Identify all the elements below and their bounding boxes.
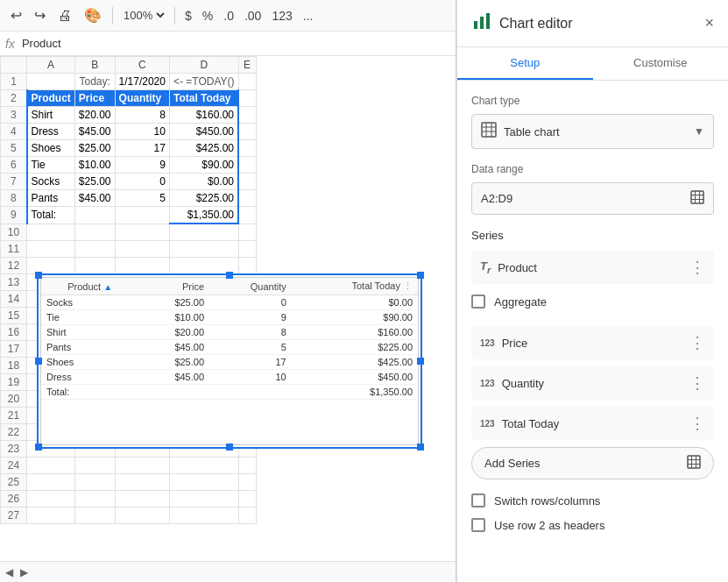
close-button[interactable]: × bbox=[704, 14, 714, 32]
chart-cell[interactable]: $45.00 bbox=[138, 340, 209, 355]
cell-e4[interactable] bbox=[238, 124, 256, 140]
chart-cell[interactable]: Tie bbox=[41, 310, 138, 325]
cell-d7[interactable]: $0.00 bbox=[169, 174, 238, 190]
cell-b1[interactable]: Today: bbox=[74, 74, 115, 90]
cell-e5[interactable] bbox=[238, 140, 256, 157]
percent-icon[interactable]: % bbox=[200, 7, 216, 25]
chart-cell[interactable]: $90.00 bbox=[292, 310, 418, 325]
series-menu-total-icon[interactable]: ⋮ bbox=[689, 414, 705, 433]
cell-a5[interactable]: Shoes bbox=[27, 140, 75, 157]
grid-container[interactable]: A B C D E 1 Today: 1/17/2020 <- =TODAY() bbox=[0, 56, 456, 582]
cell-b6[interactable]: $10.00 bbox=[74, 157, 115, 174]
cell-a11[interactable] bbox=[27, 240, 75, 257]
chart-cell[interactable] bbox=[209, 385, 292, 400]
resize-handle-tl[interactable] bbox=[35, 272, 42, 279]
cell-e7[interactable] bbox=[238, 174, 256, 190]
chart-col-price[interactable]: Price bbox=[138, 278, 209, 295]
cell-a4[interactable]: Dress bbox=[27, 124, 75, 140]
chart-cell[interactable]: $225.00 bbox=[292, 340, 418, 355]
chart-cell[interactable]: 9 bbox=[209, 310, 292, 325]
chart-cell[interactable]: $25.00 bbox=[138, 355, 209, 370]
aggregate-checkbox[interactable] bbox=[471, 295, 485, 309]
resize-handle-mr[interactable] bbox=[417, 358, 424, 365]
cell-e3[interactable] bbox=[238, 107, 256, 124]
cell-c2[interactable]: Quantity bbox=[115, 90, 169, 107]
cell-a2[interactable]: Product bbox=[27, 90, 75, 107]
cell-d5[interactable]: $425.00 bbox=[169, 140, 238, 157]
cell-a6[interactable]: Tie bbox=[27, 157, 75, 174]
cell-e2[interactable] bbox=[238, 90, 256, 107]
series-menu-icon[interactable]: ⋮ bbox=[689, 258, 705, 277]
cell-d4[interactable]: $450.00 bbox=[169, 124, 238, 140]
undo-button[interactable]: ↩ bbox=[7, 5, 25, 25]
tab-customise[interactable]: Customise bbox=[593, 47, 729, 80]
print-button[interactable]: 🖨 bbox=[54, 6, 75, 25]
chart-cell[interactable]: Socks bbox=[41, 295, 138, 310]
cell-c4[interactable]: 10 bbox=[115, 124, 169, 140]
cell-d6[interactable]: $90.00 bbox=[169, 157, 238, 174]
chart-cell[interactable]: Total: bbox=[41, 385, 138, 400]
series-menu-qty-icon[interactable]: ⋮ bbox=[689, 373, 705, 393]
cell-b5[interactable]: $25.00 bbox=[74, 140, 115, 157]
add-series-button[interactable]: Add Series bbox=[471, 447, 714, 479]
chart-cell[interactable]: $425.00 bbox=[292, 355, 418, 370]
cell-c5[interactable]: 17 bbox=[115, 140, 169, 157]
series-menu-price-icon[interactable]: ⋮ bbox=[689, 333, 705, 352]
chart-col-product[interactable]: Product ▲ bbox=[41, 278, 138, 295]
resize-handle-tm[interactable] bbox=[226, 272, 233, 279]
cell-b4[interactable]: $45.00 bbox=[74, 124, 115, 140]
resize-handle-br[interactable] bbox=[417, 444, 424, 451]
chart-cell[interactable]: $25.00 bbox=[138, 295, 209, 310]
col-b[interactable]: B bbox=[74, 57, 115, 74]
chart-cell[interactable]: $20.00 bbox=[138, 325, 209, 340]
col-a[interactable]: A bbox=[27, 57, 75, 74]
cell-a10[interactable] bbox=[27, 224, 75, 240]
col-c[interactable]: C bbox=[115, 57, 169, 74]
paint-button[interactable]: 🎨 bbox=[81, 5, 105, 25]
redo-button[interactable]: ↪ bbox=[31, 5, 49, 25]
chart-cell[interactable]: $1,350.00 bbox=[292, 385, 418, 400]
col-d[interactable]: D bbox=[169, 57, 238, 74]
series-item-price[interactable]: 123 Price ⋮ bbox=[471, 326, 714, 359]
chart-cell[interactable]: Shirt bbox=[41, 325, 138, 340]
format-icon[interactable]: 123 bbox=[269, 7, 294, 25]
cell-d3[interactable]: $160.00 bbox=[169, 107, 238, 124]
data-range-row[interactable]: A2:D9 bbox=[471, 182, 714, 215]
chart-cell[interactable]: $10.00 bbox=[138, 310, 209, 325]
chart-cell[interactable]: $0.00 bbox=[292, 295, 418, 310]
cell-a3[interactable]: Shirt bbox=[27, 107, 75, 124]
chart-cell[interactable]: $45.00 bbox=[138, 370, 209, 385]
zoom-select[interactable]: 100% bbox=[120, 8, 167, 23]
chart-cell[interactable]: $450.00 bbox=[292, 370, 418, 385]
cell-c7[interactable]: 0 bbox=[115, 174, 169, 190]
cell-d2[interactable]: Total Today bbox=[169, 90, 238, 107]
cell-c8[interactable]: 5 bbox=[115, 190, 169, 207]
cell-b9[interactable] bbox=[74, 207, 115, 224]
cell-d1[interactable]: <- =TODAY() bbox=[169, 74, 238, 90]
cell-e9[interactable] bbox=[238, 207, 256, 224]
chart-cell[interactable] bbox=[138, 385, 209, 400]
nav-left-arrow[interactable]: ◀ bbox=[5, 566, 13, 578]
cell-e1[interactable] bbox=[238, 74, 256, 90]
cell-b8[interactable]: $45.00 bbox=[74, 190, 115, 207]
nav-right-arrow[interactable]: ▶ bbox=[20, 566, 28, 578]
chart-overlay[interactable]: Product ▲ Price Quantity Total Today ⋮ S… bbox=[37, 273, 422, 449]
series-item-total[interactable]: 123 Total Today ⋮ bbox=[471, 407, 714, 440]
data-range-grid-icon[interactable] bbox=[690, 190, 704, 207]
chart-cell[interactable]: Dress bbox=[41, 370, 138, 385]
chart-cell[interactable]: 0 bbox=[209, 295, 292, 310]
cell-b3[interactable]: $20.00 bbox=[74, 107, 115, 124]
cell-a1[interactable] bbox=[27, 74, 75, 90]
chart-cell[interactable]: 17 bbox=[209, 355, 292, 370]
chart-col-quantity[interactable]: Quantity bbox=[209, 278, 292, 295]
chart-cell[interactable]: Shoes bbox=[41, 355, 138, 370]
cell-c6[interactable]: 9 bbox=[115, 157, 169, 174]
chart-col-total[interactable]: Total Today ⋮ bbox=[292, 278, 418, 295]
use-row2-checkbox[interactable] bbox=[471, 518, 485, 532]
cell-b7[interactable]: $25.00 bbox=[74, 174, 115, 190]
cell-c9[interactable] bbox=[115, 207, 169, 224]
dollar-icon[interactable]: $ bbox=[182, 7, 194, 25]
cell-d9[interactable]: $1,350.00 bbox=[169, 207, 238, 224]
series-item-quantity[interactable]: 123 Quantity ⋮ bbox=[471, 366, 714, 400]
cell-b2[interactable]: Price bbox=[74, 90, 115, 107]
